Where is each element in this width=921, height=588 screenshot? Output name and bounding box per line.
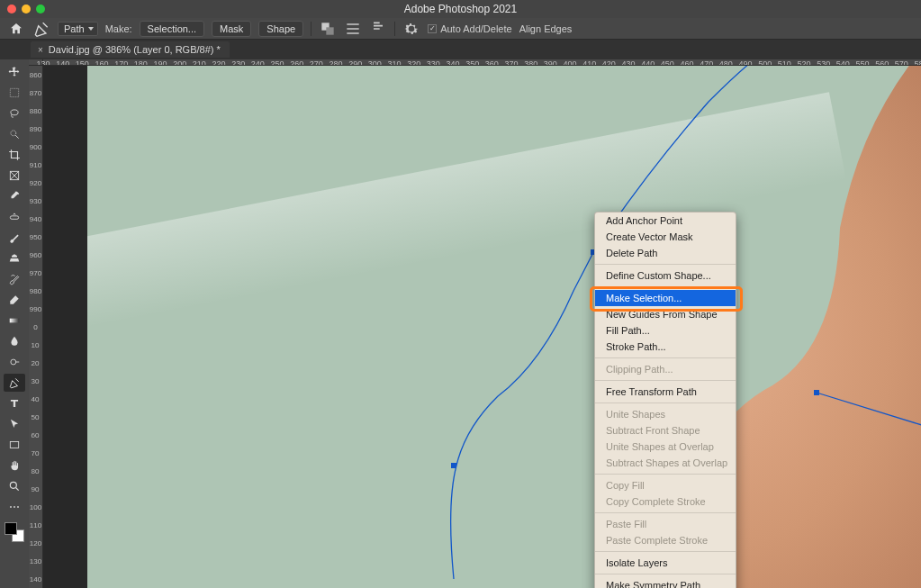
ruler-tick: 550 bbox=[855, 59, 869, 66]
make-label: Make: bbox=[105, 23, 132, 34]
blur-tool[interactable] bbox=[4, 332, 25, 350]
ruler-tick: 360 bbox=[485, 59, 499, 66]
horizontal-ruler[interactable]: 1301401501601701801902002102202302402502… bbox=[29, 59, 921, 66]
hand-tool[interactable] bbox=[4, 457, 25, 475]
shape-button[interactable]: Shape bbox=[258, 21, 303, 37]
menu-item[interactable]: Fill Path... bbox=[595, 322, 736, 339]
ruler-tick: 70 bbox=[29, 444, 42, 462]
menu-divider bbox=[595, 551, 736, 552]
eraser-tool[interactable] bbox=[4, 291, 25, 309]
menu-item: Clipping Path... bbox=[595, 361, 736, 377]
menu-item[interactable]: Stroke Path... bbox=[595, 339, 736, 355]
ruler-tick: 580 bbox=[914, 59, 921, 66]
path-align-icon[interactable] bbox=[344, 21, 362, 37]
eyedropper-tool[interactable] bbox=[4, 187, 25, 205]
ruler-tick: 970 bbox=[29, 264, 42, 282]
mask-button[interactable]: Mask bbox=[212, 21, 251, 37]
healing-brush-tool[interactable] bbox=[4, 208, 25, 226]
ruler-tick: 80 bbox=[29, 462, 42, 480]
ruler-tick: 960 bbox=[29, 246, 42, 264]
ruler-tick: 250 bbox=[270, 59, 284, 66]
home-button[interactable] bbox=[7, 21, 25, 37]
ruler-tick: 430 bbox=[621, 59, 635, 66]
history-brush-tool[interactable] bbox=[4, 270, 25, 288]
menu-item[interactable]: Add Anchor Point bbox=[595, 213, 736, 229]
ruler-tick: 390 bbox=[544, 59, 557, 66]
close-tab-icon[interactable]: × bbox=[38, 45, 43, 55]
ruler-tick: 210 bbox=[193, 59, 206, 66]
menu-item[interactable]: Define Custom Shape... bbox=[595, 267, 736, 284]
zoom-tool[interactable] bbox=[4, 477, 25, 495]
context-menu[interactable]: Add Anchor PointCreate Vector MaskDelete… bbox=[594, 212, 736, 588]
path-arrange-icon[interactable] bbox=[369, 21, 387, 37]
ruler-tick: 140 bbox=[56, 59, 69, 66]
ruler-tick: 460 bbox=[680, 59, 693, 66]
edit-toolbar-button[interactable]: ⋯ bbox=[4, 498, 25, 516]
quick-select-tool[interactable] bbox=[4, 125, 25, 143]
brush-tool[interactable] bbox=[4, 229, 25, 247]
selection-button[interactable]: Selection... bbox=[140, 21, 204, 37]
document-tab-label: David.jpg @ 386% (Layer 0, RGB/8#) * bbox=[49, 44, 221, 55]
ruler-tick: 990 bbox=[29, 300, 42, 318]
ruler-tick: 90 bbox=[29, 480, 42, 498]
ruler-tick: 140 bbox=[29, 570, 42, 588]
color-swatches[interactable] bbox=[5, 522, 24, 542]
menu-divider bbox=[595, 357, 736, 358]
menu-item[interactable]: New Guides From Shape bbox=[595, 306, 736, 322]
type-tool[interactable] bbox=[4, 394, 25, 412]
ruler-tick: 860 bbox=[29, 66, 42, 84]
svg-point-3 bbox=[11, 110, 18, 115]
menu-item[interactable]: Free Transform Path bbox=[595, 384, 736, 400]
ruler-tick: 110 bbox=[29, 516, 42, 534]
menu-divider bbox=[595, 380, 736, 381]
path-operations-icon[interactable] bbox=[319, 21, 337, 37]
menu-item[interactable]: Isolate Layers bbox=[595, 555, 736, 571]
menu-item[interactable]: Make Symmetry Path bbox=[595, 577, 736, 588]
ruler-tick: 520 bbox=[797, 59, 810, 66]
rectangle-tool[interactable] bbox=[4, 436, 25, 454]
frame-tool[interactable] bbox=[4, 167, 25, 185]
gear-icon[interactable] bbox=[402, 21, 420, 37]
toolbox: ⋯ bbox=[0, 59, 29, 588]
foreground-color-swatch[interactable] bbox=[5, 522, 17, 535]
marquee-tool[interactable] bbox=[4, 84, 25, 102]
ruler-tick: 530 bbox=[817, 59, 830, 66]
separator bbox=[311, 22, 312, 36]
menu-item[interactable]: Create Vector Mask bbox=[595, 229, 736, 245]
auto-add-delete-checkbox[interactable]: ✓ Auto Add/Delete bbox=[428, 23, 512, 34]
ruler-tick: 0 bbox=[29, 318, 42, 336]
clone-stamp-tool[interactable] bbox=[4, 249, 25, 267]
document-tab[interactable]: × David.jpg @ 386% (Layer 0, RGB/8#) * bbox=[31, 41, 230, 58]
svg-rect-6 bbox=[10, 216, 18, 220]
lasso-tool[interactable] bbox=[4, 104, 25, 122]
ruler-tick: 490 bbox=[738, 59, 752, 66]
menu-item[interactable]: Delete Path bbox=[595, 245, 736, 261]
ruler-tick: 350 bbox=[465, 59, 479, 66]
work-path[interactable] bbox=[87, 66, 921, 579]
move-tool[interactable] bbox=[4, 63, 25, 81]
menu-item: Unite Shapes bbox=[595, 406, 736, 422]
crop-tool[interactable] bbox=[4, 146, 25, 164]
ruler-tick: 160 bbox=[95, 59, 108, 66]
tool-mode-dropdown[interactable]: Path bbox=[58, 22, 98, 36]
menu-item: Paste Complete Stroke bbox=[595, 532, 736, 548]
svg-rect-9 bbox=[10, 442, 18, 448]
ruler-tick: 870 bbox=[29, 84, 42, 102]
menu-item[interactable]: Make Selection... bbox=[595, 290, 736, 306]
ruler-tick: 270 bbox=[310, 59, 323, 66]
ruler-tick: 910 bbox=[29, 156, 42, 174]
ruler-tick: 410 bbox=[582, 59, 596, 66]
pen-tool-icon[interactable] bbox=[32, 21, 50, 37]
gradient-tool[interactable] bbox=[4, 312, 25, 330]
path-select-tool[interactable] bbox=[4, 415, 25, 433]
dodge-tool[interactable] bbox=[4, 353, 25, 371]
vertical-ruler[interactable]: 8608708808909009109209309409509609709809… bbox=[29, 66, 43, 588]
menu-item: Paste Fill bbox=[595, 516, 736, 532]
ruler-tick: 330 bbox=[427, 59, 440, 66]
svg-point-4 bbox=[11, 131, 16, 136]
document-canvas[interactable] bbox=[43, 66, 921, 588]
ruler-tick: 950 bbox=[29, 228, 42, 246]
ruler-tick: 150 bbox=[76, 59, 89, 66]
menu-item: Subtract Front Shape bbox=[595, 422, 736, 439]
pen-tool[interactable] bbox=[4, 374, 25, 392]
